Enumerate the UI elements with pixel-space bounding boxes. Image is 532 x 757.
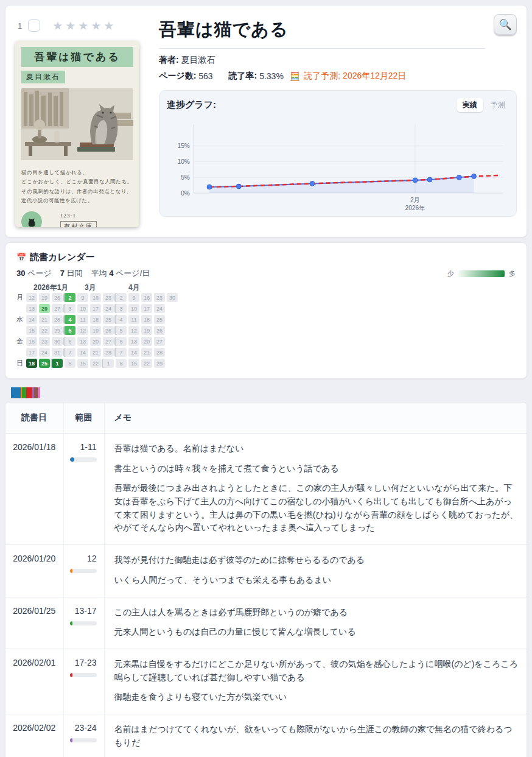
calendar-day-cell[interactable]: 25 bbox=[103, 315, 114, 324]
calendar-day-cell[interactable]: 4 bbox=[116, 315, 127, 324]
calendar-day-cell[interactable]: 7 bbox=[65, 348, 75, 357]
calendar-day-cell[interactable]: 16 bbox=[26, 337, 37, 346]
calendar-day-cell[interactable]: 9 bbox=[77, 293, 88, 302]
calendar-day-cell[interactable]: 23 bbox=[154, 293, 165, 302]
book-cover: 吾輩は猫である 夏目漱石 bbox=[15, 41, 139, 227]
calendar-day-cell[interactable]: 12 bbox=[77, 326, 88, 335]
calendar-day-cell[interactable]: 26 bbox=[103, 326, 114, 335]
calendar-day-cell[interactable]: 17 bbox=[90, 304, 101, 313]
calendar-day-cell[interactable]: 31 bbox=[52, 348, 63, 357]
calendar-day-cell[interactable]: 19 bbox=[39, 293, 50, 302]
calendar-day-cell[interactable]: 24 bbox=[39, 348, 50, 357]
record-memo: 名前はまだつけててくれないが、欲をいっても際限がないから生涯この教師の家で無名の… bbox=[104, 714, 527, 757]
calendar-day-cell[interactable]: 26 bbox=[154, 326, 165, 335]
calendar-day-cell[interactable]: 12 bbox=[128, 326, 139, 335]
calendar-day-cell[interactable]: 14 bbox=[128, 348, 139, 357]
calendar-day-cell[interactable]: 22 bbox=[141, 359, 152, 368]
progress-chart: 0%5%10%15%2月2026年 bbox=[167, 114, 509, 213]
calendar-day-cell[interactable]: 19 bbox=[90, 326, 101, 335]
calendar-day-cell[interactable]: 25 bbox=[154, 315, 165, 324]
calendar-day-cell[interactable]: 6 bbox=[65, 337, 75, 346]
calendar-day-cell[interactable]: 3 bbox=[65, 304, 75, 313]
calendar-day-cell[interactable]: 21 bbox=[141, 348, 152, 357]
calendar-day-cell[interactable]: 27 bbox=[103, 337, 114, 346]
calendar-day-cell[interactable]: 18 bbox=[141, 315, 152, 324]
calendar-day-cell[interactable]: 25 bbox=[39, 359, 50, 368]
calendar-day-cell[interactable]: 5 bbox=[116, 326, 127, 335]
memo-paragraph: 吾輩は猫である。名前はまだない bbox=[114, 442, 519, 456]
calendar-day-cell[interactable]: 26 bbox=[52, 293, 63, 302]
calendar-day-cell[interactable]: 4 bbox=[65, 315, 75, 324]
calendar-day-cell[interactable]: 14 bbox=[26, 315, 37, 324]
calendar-day-cell[interactable]: 8 bbox=[116, 359, 127, 368]
select-checkbox[interactable] bbox=[28, 19, 40, 32]
calendar-day-cell[interactable]: 11 bbox=[128, 315, 139, 324]
calendar-day-cell[interactable]: 29 bbox=[154, 359, 165, 368]
calendar-day-cell[interactable]: 27 bbox=[52, 304, 63, 313]
calendar-day-cell[interactable]: 20 bbox=[141, 337, 152, 346]
calendar-day-cell[interactable]: 28 bbox=[103, 348, 114, 357]
calendar-day-cell[interactable]: 11 bbox=[77, 315, 88, 324]
calendar-day-cell[interactable]: 22 bbox=[39, 326, 50, 335]
search-button[interactable]: 🔍 bbox=[494, 14, 517, 36]
calendar-day-cell[interactable]: 28 bbox=[154, 348, 165, 357]
calendar-day-cell[interactable]: 14 bbox=[77, 348, 88, 357]
pages-value: 563 bbox=[198, 71, 212, 81]
calendar-day-cell[interactable]: 30 bbox=[167, 293, 178, 302]
tab-actual[interactable]: 実績 bbox=[457, 98, 483, 112]
calendar-day-cell[interactable]: 15 bbox=[128, 359, 139, 368]
calendar-day-cell[interactable]: 22 bbox=[90, 359, 101, 368]
calendar-day-cell[interactable]: 18 bbox=[90, 315, 101, 324]
calendar-day-cell[interactable]: 18 bbox=[26, 359, 37, 368]
tab-forecast[interactable]: 予測 bbox=[487, 98, 509, 112]
calendar-day-cell[interactable]: 7 bbox=[116, 348, 127, 357]
calendar-day-cell[interactable]: 15 bbox=[26, 326, 37, 335]
calendar-day-cell[interactable]: 8 bbox=[65, 359, 75, 368]
calendar-day-cell[interactable]: 12 bbox=[26, 293, 37, 302]
record-progress-fill bbox=[70, 621, 72, 625]
star-rating[interactable]: ★★★★★ bbox=[52, 19, 116, 33]
calendar-day-cell[interactable]: 13 bbox=[128, 337, 139, 346]
cover-footer: 123-1 有村文庫 bbox=[21, 211, 133, 227]
calendar-day-cell[interactable]: 1 bbox=[103, 359, 114, 368]
calendar-day-cell[interactable]: 2 bbox=[116, 293, 127, 302]
calendar-day-cell[interactable]: 21 bbox=[90, 348, 101, 357]
calendar-day-cell[interactable]: 10 bbox=[128, 304, 139, 313]
memo-paragraph: 吾輩が最後につまみ出されようとしたときに、この家の主人が騒々しい何だといいながら… bbox=[114, 482, 519, 535]
record-progress-bar bbox=[70, 569, 97, 573]
column-header-range: 範囲 bbox=[63, 403, 104, 434]
calendar-day-cell[interactable]: 19 bbox=[141, 326, 152, 335]
calendar-day-cell[interactable]: 1 bbox=[52, 359, 63, 368]
calendar-day-cell[interactable]: 23 bbox=[103, 293, 114, 302]
calendar-day-cell[interactable]: 2 bbox=[65, 293, 75, 302]
calendar-day-cell[interactable]: 29 bbox=[52, 326, 63, 335]
calendar-day-cell[interactable]: 24 bbox=[154, 304, 165, 313]
record-range-value: 13-17 bbox=[70, 606, 97, 616]
session-color-strip bbox=[11, 387, 40, 398]
calendar-day-cell[interactable]: 10 bbox=[77, 304, 88, 313]
calendar-day-cell[interactable]: 9 bbox=[128, 293, 139, 302]
calendar-day-cell[interactable]: 16 bbox=[141, 293, 152, 302]
calendar-day-cell[interactable]: 3 bbox=[116, 304, 127, 313]
calendar-day-cell[interactable]: 30 bbox=[52, 337, 63, 346]
calendar-day-cell[interactable]: 13 bbox=[26, 304, 37, 313]
calendar-day-cell[interactable]: 23 bbox=[39, 337, 50, 346]
calendar-day-cell[interactable]: 15 bbox=[77, 359, 88, 368]
calendar-day-cell[interactable]: 24 bbox=[103, 304, 114, 313]
column-header-memo: メモ bbox=[104, 403, 527, 434]
calendar-week-row: 水14212841118254111825 bbox=[16, 315, 516, 324]
calendar-day-cell[interactable]: 20 bbox=[90, 337, 101, 346]
calendar-day-cell[interactable]: 28 bbox=[52, 315, 63, 324]
calendar-day-cell[interactable]: 20 bbox=[39, 304, 50, 313]
calendar-day-cell[interactable]: 17 bbox=[141, 304, 152, 313]
calendar-day-cell[interactable]: 21 bbox=[39, 315, 50, 324]
record-progress-bar bbox=[70, 621, 97, 625]
calendar-day-cell[interactable]: 27 bbox=[154, 337, 165, 346]
record-range-value: 12 bbox=[70, 554, 97, 563]
calendar-day-cell bbox=[167, 315, 178, 324]
calendar-day-cell[interactable]: 6 bbox=[116, 337, 127, 346]
calendar-day-cell[interactable]: 17 bbox=[26, 348, 37, 357]
calendar-day-cell[interactable]: 13 bbox=[77, 337, 88, 346]
calendar-day-cell[interactable]: 5 bbox=[65, 326, 75, 335]
calendar-day-cell[interactable]: 16 bbox=[90, 293, 101, 302]
